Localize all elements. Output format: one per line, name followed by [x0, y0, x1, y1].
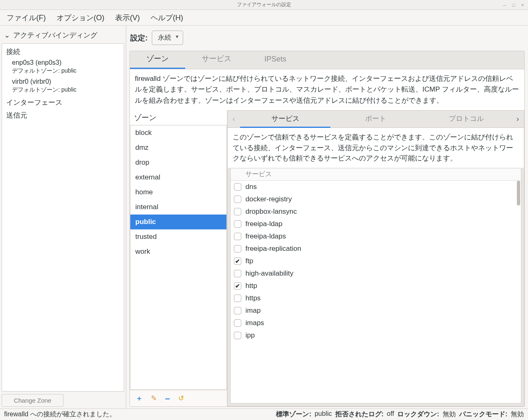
status-panic-label: パニックモード:	[459, 410, 507, 419]
service-name: high-availability	[245, 269, 293, 278]
zone-description: firewalld ゾーンではゾーンに結び付けられているネットワーク接続、インタ…	[130, 69, 524, 110]
menu-help[interactable]: ヘルプ(H)	[146, 10, 187, 25]
service-row[interactable]: ipp	[231, 329, 521, 342]
zone-row-home[interactable]: home	[130, 185, 226, 200]
service-name: ftp	[245, 257, 253, 265]
chevron-down-icon: ⌄	[4, 31, 10, 40]
zone-row-public[interactable]: public	[130, 215, 226, 229]
service-name: docker-registry	[245, 195, 292, 203]
service-row[interactable]: freeipa-replication	[231, 243, 521, 255]
service-checkbox[interactable]	[234, 270, 241, 277]
service-name: imaps	[245, 319, 264, 327]
zone-row-work[interactable]: work	[130, 244, 226, 259]
status-denied-log-label: 拒否されたログ:	[335, 410, 384, 419]
inner-tab-protocols[interactable]: プロトコル	[421, 111, 512, 128]
menu-file[interactable]: ファイル(F)	[2, 10, 50, 25]
service-description: このゾーンで信頼できるサービスを定義することができます。このゾーンに結び付けられ…	[228, 128, 524, 168]
main-tabstrip: ゾーン サービス IPSets	[130, 51, 524, 69]
status-lockdown-label: ロックダウン:	[397, 410, 439, 419]
service-row[interactable]: dropbox-lansync	[231, 205, 521, 218]
service-row[interactable]: freeipa-ldap	[231, 218, 521, 230]
add-zone-icon[interactable]: ＋	[136, 394, 143, 403]
right-pane: 設定: 永続 ゾーン サービス IPSets firewalld ゾーンではゾー…	[126, 26, 528, 408]
zone-row-external[interactable]: external	[130, 170, 226, 185]
service-name: dropbox-lansync	[245, 208, 297, 216]
window-title: ファイアウォールの設定	[237, 1, 291, 8]
service-name: https	[245, 294, 261, 302]
connection-item[interactable]: enp0s3 (enp0s3)	[2, 58, 124, 67]
zone-toolbar: ＋ ✎ – ↺	[130, 390, 227, 406]
zone-detail-panel: ‹ サービス ポート プロトコル › このゾーンで信頼できるサービスを定義するこ…	[227, 110, 524, 406]
service-column-header[interactable]: サービス	[243, 168, 521, 180]
change-zone-button[interactable]: Change Zone	[2, 394, 64, 407]
service-checkbox[interactable]	[234, 307, 241, 314]
zone-row-drop[interactable]: drop	[130, 155, 226, 170]
left-pane: ⌄ アクティブバインディング 接続 enp0s3 (enp0s3)デフォルトゾー…	[0, 26, 126, 408]
service-row[interactable]: ftp	[231, 255, 521, 267]
status-lockdown: 無効	[443, 410, 456, 419]
inner-tab-ports[interactable]: ポート	[330, 111, 421, 128]
zone-list-title: ゾーン	[130, 110, 227, 125]
service-row[interactable]: http	[231, 280, 521, 292]
zone-row-dmz[interactable]: dmz	[130, 140, 226, 155]
service-checkbox[interactable]	[234, 220, 241, 228]
service-checkbox[interactable]	[234, 257, 241, 265]
service-name: freeipa-ldaps	[245, 232, 286, 241]
tab-ipsets[interactable]: IPSets	[248, 51, 303, 69]
tree-header-interfaces: インターフェース	[2, 96, 124, 109]
service-checkbox[interactable]	[234, 196, 241, 203]
inner-tab-services[interactable]: サービス	[240, 111, 330, 128]
configuration-dropdown[interactable]: 永続	[152, 31, 183, 45]
zone-row-block[interactable]: block	[130, 125, 226, 140]
tab-services[interactable]: サービス	[185, 51, 248, 69]
status-panic: 無効	[511, 410, 524, 419]
status-default-zone: public	[315, 410, 332, 419]
service-checkbox[interactable]	[234, 208, 241, 215]
service-checkbox[interactable]	[234, 233, 241, 240]
status-default-zone-label: 標準ゾーン:	[276, 410, 311, 419]
service-table: サービス dnsdocker-registrydropbox-lansyncfr…	[230, 168, 521, 403]
service-checkbox[interactable]	[234, 295, 241, 302]
window-maximize-icon[interactable]: □	[511, 2, 516, 7]
zone-row-internal[interactable]: internal	[130, 200, 226, 215]
window-minimize-icon[interactable]: –	[502, 2, 507, 7]
service-rows-scroll[interactable]: dnsdocker-registrydropbox-lansyncfreeipa…	[231, 181, 521, 403]
window-close-icon[interactable]: ×	[520, 2, 526, 7]
main-notebook: ゾーン サービス IPSets firewalld ゾーンではゾーンに結び付けら…	[130, 51, 525, 407]
status-connection: firewalld への接続が確立されました。	[4, 410, 116, 419]
menu-options[interactable]: オプション(O)	[52, 10, 108, 25]
scroll-tabs-left-icon[interactable]: ‹	[228, 115, 240, 123]
remove-zone-icon[interactable]: –	[165, 393, 170, 404]
service-row[interactable]: dns	[231, 181, 521, 193]
zone-inner-tabstrip: ‹ サービス ポート プロトコル ›	[228, 111, 524, 128]
service-row[interactable]: imap	[231, 304, 521, 317]
scroll-tabs-right-icon[interactable]: ›	[512, 115, 524, 123]
connections-tree[interactable]: 接続 enp0s3 (enp0s3)デフォルトゾーン: publicvirbr0…	[2, 43, 124, 392]
service-row[interactable]: freeipa-ldaps	[231, 230, 521, 243]
menu-view[interactable]: 表示(V)	[111, 10, 144, 25]
service-checkbox[interactable]	[234, 245, 241, 252]
service-row[interactable]: high-availability	[231, 267, 521, 280]
load-defaults-icon[interactable]: ↺	[178, 394, 184, 403]
menubar: ファイル(F) オプション(O) 表示(V) ヘルプ(H)	[0, 10, 528, 26]
service-row[interactable]: docker-registry	[231, 193, 521, 205]
service-checkbox[interactable]	[234, 183, 241, 191]
window-titlebar: ファイアウォールの設定 – □ ×	[0, 0, 528, 10]
edit-zone-icon[interactable]: ✎	[151, 394, 157, 403]
service-row[interactable]: imaps	[231, 317, 521, 329]
status-denied-log: off	[387, 410, 394, 419]
active-bindings-expander[interactable]: ⌄ アクティブバインディング	[2, 27, 124, 43]
service-row[interactable]: https	[231, 292, 521, 304]
configuration-value: 永続	[158, 34, 171, 41]
scrollbar-thumb[interactable]	[517, 181, 520, 205]
zone-listbox[interactable]: blockdmzdropexternalhomeinternalpublictr…	[130, 125, 227, 390]
service-name: imap	[245, 307, 261, 315]
service-name: freeipa-ldap	[245, 220, 283, 228]
connection-default-zone: デフォルトゾーン: public	[2, 86, 124, 96]
tab-zones[interactable]: ゾーン	[130, 51, 185, 69]
connection-item[interactable]: virbr0 (virbr0)	[2, 77, 124, 86]
service-checkbox[interactable]	[234, 319, 241, 327]
zone-row-trusted[interactable]: trusted	[130, 229, 226, 244]
service-checkbox[interactable]	[234, 282, 241, 290]
service-checkbox[interactable]	[234, 332, 241, 339]
